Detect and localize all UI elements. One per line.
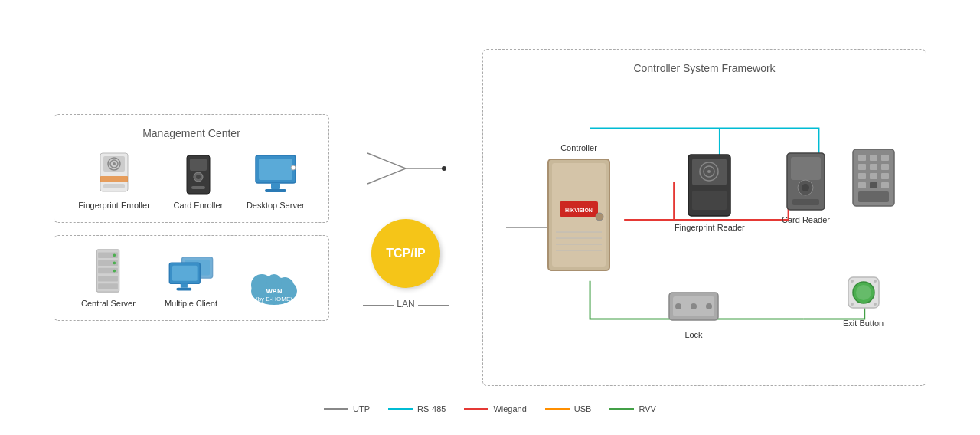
svg-line-38 — [368, 153, 406, 168]
client-server-box: Central Server Multiple — [54, 235, 329, 321]
svg-point-89 — [874, 303, 877, 306]
svg-rect-13 — [259, 159, 292, 180]
svg-rect-76 — [881, 182, 889, 188]
svg-rect-77 — [858, 191, 889, 202]
multiple-client-icon — [168, 256, 214, 294]
exit-button-item: Exit Button — [843, 273, 884, 328]
legend-wiegand: Wiegand — [464, 404, 526, 414]
central-server-item: Central Server — [81, 248, 136, 308]
svg-rect-14 — [271, 183, 280, 189]
utp-label: UTP — [353, 404, 370, 414]
utp-line — [324, 408, 348, 410]
multiple-client-item: Multiple Client — [165, 256, 217, 308]
svg-rect-71 — [858, 173, 866, 179]
svg-rect-75 — [870, 182, 877, 188]
right-panel-title: Controller System Framework — [498, 62, 910, 74]
card-reader-icon — [785, 151, 827, 212]
wiegand-line — [464, 408, 488, 410]
svg-rect-30 — [181, 283, 188, 287]
desktop-server-icon — [253, 154, 299, 196]
svg-rect-15 — [265, 189, 286, 192]
card-enroller-label: Card Enroller — [173, 201, 223, 210]
svg-rect-21 — [99, 276, 119, 281]
wiegand-label: Wiegand — [493, 404, 526, 414]
svg-line-39 — [368, 168, 406, 184]
lock-icon — [667, 289, 720, 327]
main-container: Management Center — [0, 0, 980, 435]
rvv-label: RVV — [639, 404, 655, 414]
lock-label: Lock — [684, 330, 702, 339]
svg-point-82 — [706, 303, 712, 309]
svg-point-25 — [113, 270, 116, 273]
legend-rs485: RS-485 — [388, 404, 446, 414]
desktop-server-label: Desktop Server — [247, 201, 305, 210]
svg-rect-22 — [99, 283, 119, 289]
svg-rect-68 — [858, 164, 866, 170]
management-center-title: Management Center — [70, 127, 313, 139]
svg-point-80 — [675, 303, 681, 309]
svg-rect-74 — [858, 182, 866, 188]
svg-point-57 — [707, 170, 710, 173]
fingerprint-enroller-item: Fingerprint Enroller — [78, 150, 150, 210]
wan-cloud-svg: WAN (by E-HOME) — [247, 268, 302, 308]
card-reader-item: Card Reader — [782, 151, 830, 224]
controller-label: Controller — [560, 143, 597, 152]
wan-cloud-item: WAN (by E-HOME) — [247, 268, 302, 308]
svg-point-24 — [113, 262, 116, 265]
connection-lines-svg — [360, 123, 452, 214]
exit-button-label: Exit Button — [843, 319, 884, 328]
tcpip-circle: TCP/IP — [371, 219, 440, 288]
desktop-server-item: Desktop Server — [247, 154, 305, 210]
svg-rect-58 — [692, 191, 727, 210]
card-reader-label: Card Reader — [782, 215, 830, 224]
svg-point-48 — [596, 213, 603, 221]
card-enroller-icon — [184, 154, 213, 196]
management-device-row: Fingerprint Enroller Card Enroller — [70, 150, 313, 210]
svg-rect-11 — [191, 186, 205, 189]
right-panel: Controller System Framework — [482, 49, 926, 386]
svg-point-62 — [802, 184, 809, 191]
fingerprint-reader-item: Fingerprint Reader — [675, 151, 745, 232]
svg-point-81 — [691, 303, 697, 309]
lock-item: Lock — [667, 289, 720, 339]
svg-rect-73 — [881, 173, 889, 179]
svg-rect-5 — [100, 176, 128, 182]
client-device-row: Central Server Multiple — [70, 248, 313, 308]
svg-point-4 — [113, 162, 116, 165]
keypad-item — [851, 147, 897, 208]
controller-item: Controller HiKVISION — [544, 143, 613, 278]
svg-point-16 — [291, 165, 296, 170]
fingerprint-reader-icon — [684, 151, 734, 220]
svg-point-88 — [851, 303, 854, 306]
svg-text:HiKVISION: HiKVISION — [565, 208, 593, 213]
svg-rect-8 — [190, 159, 207, 171]
svg-point-41 — [442, 166, 446, 171]
wan-cloud-shape: WAN (by E-HOME) — [247, 268, 302, 308]
svg-rect-66 — [870, 155, 877, 161]
legend-usb: USB — [545, 404, 592, 414]
legend-rvv: RVV — [609, 404, 655, 414]
controller-box-icon: HiKVISION — [544, 155, 613, 278]
svg-rect-6 — [103, 184, 125, 188]
card-enroller-item: Card Enroller — [173, 154, 223, 210]
fingerprint-enroller-label: Fingerprint Enroller — [78, 201, 150, 210]
rvv-line — [609, 408, 634, 410]
svg-rect-67 — [881, 155, 889, 161]
svg-rect-29 — [172, 266, 198, 281]
svg-point-87 — [874, 280, 877, 283]
keypad-icon — [851, 147, 897, 208]
middle-section: TCP/IP LAN — [360, 123, 452, 312]
svg-rect-63 — [792, 199, 819, 205]
svg-point-85 — [856, 285, 871, 300]
svg-rect-70 — [881, 164, 889, 170]
svg-rect-60 — [791, 157, 821, 180]
usb-line — [545, 408, 570, 410]
svg-point-23 — [113, 253, 116, 257]
tcpip-label: TCP/IP — [386, 247, 426, 260]
svg-text:WAN: WAN — [266, 287, 282, 295]
legend-bar: UTP RS-485 Wiegand USB RVV — [324, 404, 656, 414]
legend-utp: UTP — [324, 404, 370, 414]
fingerprint-reader-label: Fingerprint Reader — [675, 223, 745, 232]
svg-rect-65 — [858, 155, 866, 161]
svg-rect-72 — [870, 173, 877, 179]
